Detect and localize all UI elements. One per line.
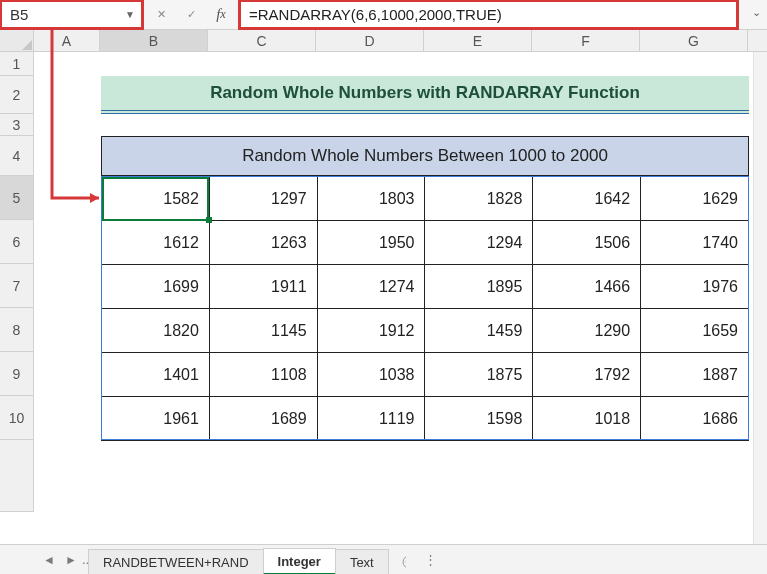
data-cell[interactable]: 1976 — [641, 265, 749, 309]
data-cell[interactable]: 1119 — [317, 397, 425, 441]
formula-bar-buttons: ✕ ✓ fx — [144, 0, 238, 29]
formula-input[interactable]: =RANDARRAY(6,6,1000,2000,TRUE) — [238, 0, 739, 30]
add-sheet-button[interactable] — [388, 550, 420, 573]
data-cell[interactable]: 1629 — [641, 177, 749, 221]
data-cell[interactable]: 1792 — [533, 353, 641, 397]
col-header-G[interactable]: G — [640, 30, 748, 51]
data-cell[interactable]: 1875 — [425, 353, 533, 397]
data-cell[interactable]: 1038 — [317, 353, 425, 397]
data-cell[interactable]: 1274 — [317, 265, 425, 309]
data-table: 1582129718031828164216291612126319501294… — [101, 176, 749, 441]
data-cell[interactable]: 1612 — [102, 221, 210, 265]
col-header-E[interactable]: E — [424, 30, 532, 51]
row-header-8[interactable]: 8 — [0, 308, 33, 352]
formula-bar: B5 ▼ ✕ ✓ fx =RANDARRAY(6,6,1000,2000,TRU… — [0, 0, 767, 30]
data-cell[interactable]: 1803 — [317, 177, 425, 221]
row-header-3[interactable]: 3 — [0, 114, 33, 136]
sheet-nav-next-icon[interactable]: ► — [60, 549, 82, 571]
svg-marker-0 — [22, 40, 32, 50]
data-cell[interactable]: 1912 — [317, 309, 425, 353]
row-header-4[interactable]: 4 — [0, 136, 33, 176]
expand-formula-bar-icon[interactable]: ⌄ — [752, 6, 761, 19]
sheet-tab-bar: ◄ ► ... RANDBETWEEN+RAND Integer Text ⋮ — [0, 544, 767, 574]
data-cell[interactable]: 1642 — [533, 177, 641, 221]
row-header-1[interactable]: 1 — [0, 52, 33, 76]
name-box-value: B5 — [10, 6, 28, 23]
data-cell[interactable]: 1820 — [102, 309, 210, 353]
data-cell[interactable]: 1401 — [102, 353, 210, 397]
data-cell[interactable]: 1466 — [533, 265, 641, 309]
data-cell[interactable]: 1263 — [209, 221, 317, 265]
data-cell[interactable]: 1686 — [641, 397, 749, 441]
tab-randbetween-rand[interactable]: RANDBETWEEN+RAND — [88, 549, 264, 574]
data-cell[interactable]: 1740 — [641, 221, 749, 265]
col-header-D[interactable]: D — [316, 30, 424, 51]
row-header-9[interactable]: 9 — [0, 352, 33, 396]
data-cell[interactable]: 1699 — [102, 265, 210, 309]
name-box[interactable]: B5 ▼ — [0, 0, 144, 30]
cells-area[interactable]: exceldemy.com Random Whole Numbers with … — [34, 52, 767, 512]
row-header-7[interactable]: 7 — [0, 264, 33, 308]
sheet-options-icon[interactable]: ⋮ — [423, 552, 439, 567]
data-cell[interactable]: 1108 — [209, 353, 317, 397]
row-header-10[interactable]: 10 — [0, 396, 33, 440]
data-cell[interactable]: 1459 — [425, 309, 533, 353]
data-cell[interactable]: 1689 — [209, 397, 317, 441]
col-header-A[interactable]: A — [34, 30, 100, 51]
col-header-B[interactable]: B — [100, 30, 208, 51]
tab-text[interactable]: Text — [335, 549, 389, 574]
data-cell[interactable]: 1950 — [317, 221, 425, 265]
table-row: 161212631950129415061740 — [102, 221, 749, 265]
vertical-scrollbar[interactable] — [753, 52, 767, 574]
column-headers: A B C D E F G — [0, 30, 767, 52]
data-cell[interactable]: 1145 — [209, 309, 317, 353]
data-cell[interactable]: 1659 — [641, 309, 749, 353]
cancel-icon[interactable]: ✕ — [146, 0, 176, 29]
row-header-6[interactable]: 6 — [0, 220, 33, 264]
data-cell[interactable]: 1582 — [102, 177, 210, 221]
data-cell[interactable]: 1895 — [425, 265, 533, 309]
subtitle-cell[interactable]: Random Whole Numbers Between 1000 to 200… — [101, 136, 749, 176]
fill-handle[interactable] — [206, 217, 212, 223]
row-header-pad — [0, 440, 33, 512]
table-row: 182011451912145912901659 — [102, 309, 749, 353]
col-header-C[interactable]: C — [208, 30, 316, 51]
data-cell[interactable]: 1911 — [209, 265, 317, 309]
col-header-F[interactable]: F — [532, 30, 640, 51]
sheet-nav-prev-icon[interactable]: ◄ — [38, 549, 60, 571]
table-row: 169919111274189514661976 — [102, 265, 749, 309]
select-all-corner[interactable] — [0, 30, 34, 51]
accept-icon[interactable]: ✓ — [176, 0, 206, 29]
table-row: 140111081038187517921887 — [102, 353, 749, 397]
data-cell[interactable]: 1961 — [102, 397, 210, 441]
table-row: 158212971803182816421629 — [102, 177, 749, 221]
row-header-2[interactable]: 2 — [0, 76, 33, 114]
row-headers: 1 2 3 4 5 6 7 8 9 10 — [0, 52, 34, 512]
tab-integer[interactable]: Integer — [263, 548, 336, 574]
title-cell[interactable]: Random Whole Numbers with RANDARRAY Func… — [101, 76, 749, 114]
data-cell[interactable]: 1506 — [533, 221, 641, 265]
data-cell[interactable]: 1828 — [425, 177, 533, 221]
data-cell[interactable]: 1018 — [533, 397, 641, 441]
data-cell[interactable]: 1294 — [425, 221, 533, 265]
data-cell[interactable]: 1297 — [209, 177, 317, 221]
data-cell[interactable]: 1290 — [533, 309, 641, 353]
grid-body: 1 2 3 4 5 6 7 8 9 10 exceldemy.com Rando… — [0, 52, 767, 512]
plus-circle-icon — [402, 555, 406, 569]
data-cell[interactable]: 1598 — [425, 397, 533, 441]
row-header-5[interactable]: 5 — [0, 176, 33, 220]
data-cell[interactable]: 1887 — [641, 353, 749, 397]
table-row: 196116891119159810181686 — [102, 397, 749, 441]
fx-icon[interactable]: fx — [206, 0, 236, 29]
chevron-down-icon[interactable]: ▼ — [125, 9, 135, 20]
formula-text: =RANDARRAY(6,6,1000,2000,TRUE) — [249, 6, 502, 23]
